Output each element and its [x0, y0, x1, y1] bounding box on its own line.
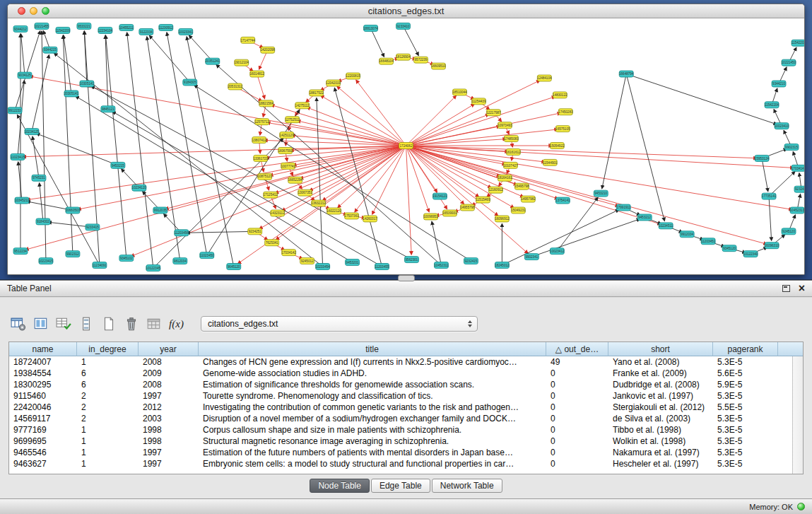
graph-edge[interactable] — [371, 28, 384, 57]
graph-edge[interactable] — [194, 85, 471, 261]
graph-edge[interactable] — [84, 31, 87, 84]
graph-node[interactable]: 9902315 — [784, 144, 799, 151]
graph-node[interactable]: 14830122 — [553, 92, 567, 98]
graph-node[interactable]: 18817522 — [309, 90, 324, 96]
graph-node[interactable]: 10875121 — [257, 173, 272, 180]
graph-node[interactable]: 9912034 — [680, 231, 694, 238]
graph-node[interactable]: 10107427 — [503, 162, 518, 168]
graph-edge[interactable] — [321, 95, 406, 146]
table-settings-button[interactable] — [8, 315, 28, 334]
graph-edge[interactable] — [165, 146, 406, 209]
tab-node-table[interactable]: Node Table — [310, 479, 370, 493]
graph-edge[interactable] — [406, 95, 457, 146]
graph-node[interactable]: 11515469 — [476, 197, 490, 203]
column-header-in_degree[interactable]: in_degree — [77, 342, 139, 356]
graph-node[interactable]: 16022120 — [326, 208, 341, 214]
graph-node[interactable]: 9344215 — [43, 47, 57, 53]
graph-node[interactable]: 10023410 — [775, 123, 789, 129]
graph-node[interactable]: 10096951 — [423, 214, 438, 220]
graph-node[interactable]: 9562301 — [405, 257, 419, 263]
graph-edge[interactable] — [602, 74, 626, 189]
column-header-name[interactable]: name — [9, 342, 77, 356]
graph-node[interactable]: 18821564 — [259, 100, 273, 107]
graph-edge[interactable] — [21, 34, 25, 76]
graph-node[interactable]: 9345120 — [722, 245, 736, 252]
graph-edge[interactable] — [432, 221, 441, 265]
graph-node[interactable]: 19154121 — [433, 193, 447, 199]
graph-edge[interactable] — [257, 74, 265, 99]
graph-node[interactable]: 16648794 — [619, 71, 634, 77]
table-row[interactable]: 1456911722003Disruption of a novel membe… — [9, 413, 792, 424]
graph-edge[interactable] — [355, 146, 406, 212]
graph-node[interactable]: 11203451 — [701, 238, 716, 245]
graph-edge[interactable] — [406, 146, 529, 254]
graph-node[interactable]: 9645120 — [227, 264, 241, 270]
graph-node[interactable]: 10452311 — [434, 262, 449, 269]
graph-node[interactable]: 16014812 — [249, 71, 264, 77]
graph-node[interactable]: 9453212 — [637, 214, 652, 221]
edit-table-button[interactable] — [54, 315, 73, 334]
graph-node[interactable]: 13754141 — [555, 197, 570, 204]
graph-node[interactable]: 9453210 — [594, 190, 608, 197]
graph-node[interactable]: 11023415 — [11, 153, 25, 160]
graph-node[interactable]: 10234511 — [659, 223, 673, 229]
graph-edge[interactable] — [187, 231, 255, 233]
graph-node[interactable]: 12234104 — [98, 27, 113, 33]
graph-edge[interactable] — [216, 64, 442, 265]
graph-node[interactable]: 16609510 — [431, 63, 446, 69]
graph-node[interactable]: 9184305 — [183, 79, 197, 86]
graph-node[interactable]: 9034125 — [18, 72, 32, 78]
graph-node[interactable]: 11230912 — [159, 24, 174, 30]
table-row[interactable]: 946362711997Embryonic stem cells: a mode… — [9, 458, 792, 469]
graph-node[interactable]: 9812034 — [173, 258, 187, 264]
graph-node[interactable]: 11023450 — [200, 252, 215, 259]
new-table-button[interactable] — [99, 315, 118, 334]
graph-node[interactable]: 9912233 — [8, 107, 22, 114]
graph-node[interactable]: 18245012 — [495, 262, 510, 269]
graph-node[interactable]: 11542209 — [56, 27, 71, 33]
table-row[interactable]: 1872400712008Changes of HCN gene express… — [9, 356, 792, 368]
function-builder-button[interactable]: f(x) — [167, 315, 186, 334]
graph-node[interactable]: 11203455 — [375, 264, 389, 270]
table-row[interactable]: 1830029562008Estimation of significance … — [9, 379, 792, 390]
graph-node[interactable]: 14955798 — [460, 204, 475, 211]
graph-node[interactable]: 20351241 — [206, 58, 220, 64]
graph-node[interactable]: 14260317 — [363, 216, 377, 222]
graph-node[interactable]: 14275112 — [295, 103, 310, 109]
network-canvas[interactable]: 1724062185100441125443912217987109734931… — [8, 19, 804, 274]
window-titlebar[interactable]: citations_edges.txt — [8, 4, 804, 18]
table-row[interactable]: 911546021997Tourette syndrome. Phenomeno… — [9, 390, 792, 402]
tab-network-table[interactable]: Network Table — [432, 479, 502, 493]
graph-node[interactable]: 10234120 — [132, 185, 147, 191]
graph-node[interactable]: 9533221 — [77, 23, 91, 29]
table-row[interactable]: 969969511998Structural magnetic resonanc… — [9, 436, 792, 447]
graph-node[interactable]: 9184302 — [36, 218, 50, 225]
graph-node[interactable]: 10077741 — [281, 163, 295, 169]
graph-node[interactable]: 9233415 — [86, 224, 100, 230]
graph-edge[interactable] — [406, 146, 767, 244]
graph-node[interactable]: 13361721 — [253, 155, 268, 161]
graph-node[interactable]: 14251129 — [280, 132, 295, 139]
graph-node[interactable]: 15953124 — [755, 155, 770, 161]
graph-node[interactable]: 9745231 — [32, 175, 46, 181]
graph-node[interactable]: 10221455 — [35, 23, 49, 29]
graph-node[interactable]: 9344210 — [772, 81, 786, 87]
table-row[interactable]: 977716911998Corpus callosum shape and si… — [9, 424, 792, 436]
graph-edge[interactable] — [15, 31, 40, 111]
graph-edge[interactable] — [17, 115, 99, 265]
graph-node[interactable]: 15495798 — [514, 183, 529, 189]
column-header-pagerank[interactable]: pagerank — [713, 342, 778, 356]
graph-node[interactable]: 12042019 — [326, 80, 341, 86]
graph-node[interactable]: 9902341 — [524, 254, 539, 260]
graph-edge[interactable] — [406, 146, 558, 199]
graph-node[interactable]: 10023412 — [550, 248, 565, 255]
graph-edge[interactable] — [626, 74, 777, 124]
vertical-scrollbar[interactable] — [792, 356, 803, 474]
graph-node[interactable]: 17450283 — [558, 109, 573, 115]
graph-node[interactable]: 18367591 — [278, 147, 293, 153]
graph-edge[interactable] — [334, 88, 382, 267]
graph-node[interactable]: 9345102 — [119, 255, 134, 262]
graph-edge[interactable] — [23, 146, 406, 157]
graph-node[interactable]: 10234125 — [25, 129, 40, 135]
graph-node[interactable]: 9245120 — [782, 228, 796, 235]
